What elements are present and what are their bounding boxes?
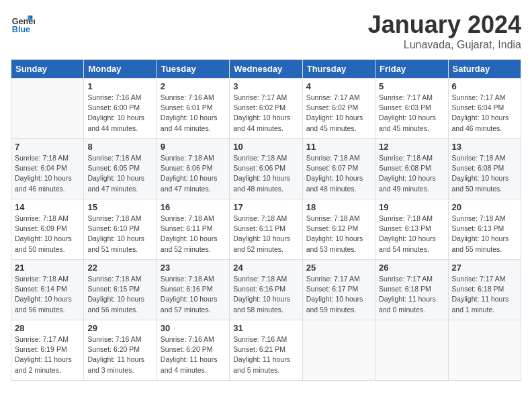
day-info: Sunrise: 7:18 AM Sunset: 6:05 PM Dayligh… [87, 153, 152, 194]
day-number: 22 [87, 263, 152, 273]
calendar-cell [375, 320, 448, 381]
day-number: 29 [87, 323, 152, 333]
day-info: Sunrise: 7:17 AM Sunset: 6:04 PM Dayligh… [452, 93, 517, 134]
calendar-cell: 6Sunrise: 7:17 AM Sunset: 6:04 PM Daylig… [448, 79, 521, 139]
day-number: 10 [233, 142, 298, 152]
day-number: 6 [452, 81, 517, 91]
calendar-week-3: 14Sunrise: 7:18 AM Sunset: 6:09 PM Dayli… [11, 199, 521, 260]
calendar-subtitle: Lunavada, Gujarat, India [368, 39, 521, 51]
day-header-sunday: Sunday [11, 60, 84, 79]
calendar-cell: 20Sunrise: 7:18 AM Sunset: 6:13 PM Dayli… [448, 199, 521, 260]
calendar-cell [302, 320, 375, 381]
day-number: 5 [379, 81, 444, 91]
day-number: 20 [452, 202, 517, 212]
day-info: Sunrise: 7:18 AM Sunset: 6:15 PM Dayligh… [87, 274, 152, 315]
calendar-cell: 7Sunrise: 7:18 AM Sunset: 6:04 PM Daylig… [11, 139, 84, 199]
calendar-cell: 30Sunrise: 7:16 AM Sunset: 6:20 PM Dayli… [157, 320, 229, 381]
logo-icon: General Blue [11, 11, 35, 35]
day-info: Sunrise: 7:16 AM Sunset: 6:21 PM Dayligh… [233, 334, 298, 375]
day-number: 31 [233, 323, 298, 333]
day-number: 14 [15, 202, 80, 212]
day-info: Sunrise: 7:18 AM Sunset: 6:07 PM Dayligh… [306, 153, 371, 194]
calendar-cell: 24Sunrise: 7:18 AM Sunset: 6:16 PM Dayli… [230, 260, 302, 320]
day-info: Sunrise: 7:18 AM Sunset: 6:08 PM Dayligh… [379, 153, 444, 194]
day-number: 1 [87, 81, 152, 91]
day-number: 25 [306, 263, 371, 273]
calendar-cell: 21Sunrise: 7:18 AM Sunset: 6:14 PM Dayli… [11, 260, 84, 320]
calendar-week-1: 1Sunrise: 7:16 AM Sunset: 6:00 PM Daylig… [11, 79, 521, 139]
page-header: General Blue January 2024 Lunavada, Guja… [11, 11, 521, 51]
calendar-cell: 22Sunrise: 7:18 AM Sunset: 6:15 PM Dayli… [84, 260, 157, 320]
calendar-cell: 15Sunrise: 7:18 AM Sunset: 6:10 PM Dayli… [84, 199, 157, 260]
day-info: Sunrise: 7:18 AM Sunset: 6:16 PM Dayligh… [161, 274, 226, 315]
day-number: 27 [452, 263, 517, 273]
calendar-cell: 26Sunrise: 7:17 AM Sunset: 6:18 PM Dayli… [375, 260, 448, 320]
calendar-week-2: 7Sunrise: 7:18 AM Sunset: 6:04 PM Daylig… [11, 139, 521, 199]
day-info: Sunrise: 7:17 AM Sunset: 6:18 PM Dayligh… [452, 274, 517, 315]
calendar-table: SundayMondayTuesdayWednesdayThursdayFrid… [11, 59, 521, 381]
calendar-cell: 10Sunrise: 7:18 AM Sunset: 6:06 PM Dayli… [230, 139, 302, 199]
day-info: Sunrise: 7:16 AM Sunset: 6:20 PM Dayligh… [161, 334, 226, 375]
calendar-cell: 27Sunrise: 7:17 AM Sunset: 6:18 PM Dayli… [448, 260, 521, 320]
calendar-week-5: 28Sunrise: 7:17 AM Sunset: 6:19 PM Dayli… [11, 320, 521, 381]
calendar-cell: 19Sunrise: 7:18 AM Sunset: 6:13 PM Dayli… [375, 199, 448, 260]
day-number: 16 [161, 202, 226, 212]
day-info: Sunrise: 7:18 AM Sunset: 6:10 PM Dayligh… [87, 214, 152, 255]
day-number: 17 [233, 202, 298, 212]
day-number: 2 [161, 81, 226, 91]
day-number: 7 [15, 142, 80, 152]
day-info: Sunrise: 7:16 AM Sunset: 6:00 PM Dayligh… [87, 93, 152, 134]
calendar-cell: 13Sunrise: 7:18 AM Sunset: 6:08 PM Dayli… [448, 139, 521, 199]
svg-text:Blue: Blue [12, 25, 30, 34]
day-info: Sunrise: 7:18 AM Sunset: 6:13 PM Dayligh… [452, 214, 517, 255]
calendar-week-4: 21Sunrise: 7:18 AM Sunset: 6:14 PM Dayli… [11, 260, 521, 320]
day-number: 18 [306, 202, 371, 212]
day-info: Sunrise: 7:18 AM Sunset: 6:11 PM Dayligh… [233, 214, 298, 255]
day-number: 4 [306, 81, 371, 91]
title-block: January 2024 Lunavada, Gujarat, India [368, 11, 521, 51]
day-number: 21 [15, 263, 80, 273]
calendar-cell: 9Sunrise: 7:18 AM Sunset: 6:06 PM Daylig… [157, 139, 229, 199]
day-info: Sunrise: 7:18 AM Sunset: 6:13 PM Dayligh… [379, 214, 444, 255]
day-number: 28 [15, 323, 80, 333]
calendar-cell: 28Sunrise: 7:17 AM Sunset: 6:19 PM Dayli… [11, 320, 84, 381]
calendar-cell: 16Sunrise: 7:18 AM Sunset: 6:11 PM Dayli… [157, 199, 229, 260]
day-number: 15 [87, 202, 152, 212]
calendar-cell: 12Sunrise: 7:18 AM Sunset: 6:08 PM Dayli… [375, 139, 448, 199]
calendar-cell: 29Sunrise: 7:16 AM Sunset: 6:20 PM Dayli… [84, 320, 157, 381]
logo: General Blue [11, 11, 35, 35]
day-number: 11 [306, 142, 371, 152]
day-number: 24 [233, 263, 298, 273]
day-number: 26 [379, 263, 444, 273]
day-number: 13 [452, 142, 517, 152]
calendar-title: January 2024 [368, 11, 521, 39]
calendar-cell: 11Sunrise: 7:18 AM Sunset: 6:07 PM Dayli… [302, 139, 375, 199]
day-info: Sunrise: 7:18 AM Sunset: 6:14 PM Dayligh… [15, 274, 80, 315]
day-info: Sunrise: 7:17 AM Sunset: 6:17 PM Dayligh… [306, 274, 371, 315]
calendar-cell: 31Sunrise: 7:16 AM Sunset: 6:21 PM Dayli… [230, 320, 302, 381]
day-info: Sunrise: 7:17 AM Sunset: 6:18 PM Dayligh… [379, 274, 444, 315]
calendar-cell: 4Sunrise: 7:17 AM Sunset: 6:02 PM Daylig… [302, 79, 375, 139]
day-header-wednesday: Wednesday [230, 60, 302, 79]
day-header-saturday: Saturday [448, 60, 521, 79]
day-header-tuesday: Tuesday [157, 60, 229, 79]
day-number: 30 [161, 323, 226, 333]
calendar-cell: 2Sunrise: 7:16 AM Sunset: 6:01 PM Daylig… [157, 79, 229, 139]
day-header-friday: Friday [375, 60, 448, 79]
day-number: 12 [379, 142, 444, 152]
calendar-cell: 17Sunrise: 7:18 AM Sunset: 6:11 PM Dayli… [230, 199, 302, 260]
calendar-cell: 18Sunrise: 7:18 AM Sunset: 6:12 PM Dayli… [302, 199, 375, 260]
day-info: Sunrise: 7:17 AM Sunset: 6:19 PM Dayligh… [15, 334, 80, 375]
day-info: Sunrise: 7:17 AM Sunset: 6:03 PM Dayligh… [379, 93, 444, 134]
day-number: 23 [161, 263, 226, 273]
day-number: 3 [233, 81, 298, 91]
calendar-cell: 25Sunrise: 7:17 AM Sunset: 6:17 PM Dayli… [302, 260, 375, 320]
calendar-cell [11, 79, 84, 139]
calendar-cell: 14Sunrise: 7:18 AM Sunset: 6:09 PM Dayli… [11, 199, 84, 260]
calendar-cell: 5Sunrise: 7:17 AM Sunset: 6:03 PM Daylig… [375, 79, 448, 139]
day-header-monday: Monday [84, 60, 157, 79]
day-info: Sunrise: 7:17 AM Sunset: 6:02 PM Dayligh… [306, 93, 371, 134]
day-number: 9 [161, 142, 226, 152]
calendar-cell: 1Sunrise: 7:16 AM Sunset: 6:00 PM Daylig… [84, 79, 157, 139]
calendar-header-row: SundayMondayTuesdayWednesdayThursdayFrid… [11, 60, 521, 79]
